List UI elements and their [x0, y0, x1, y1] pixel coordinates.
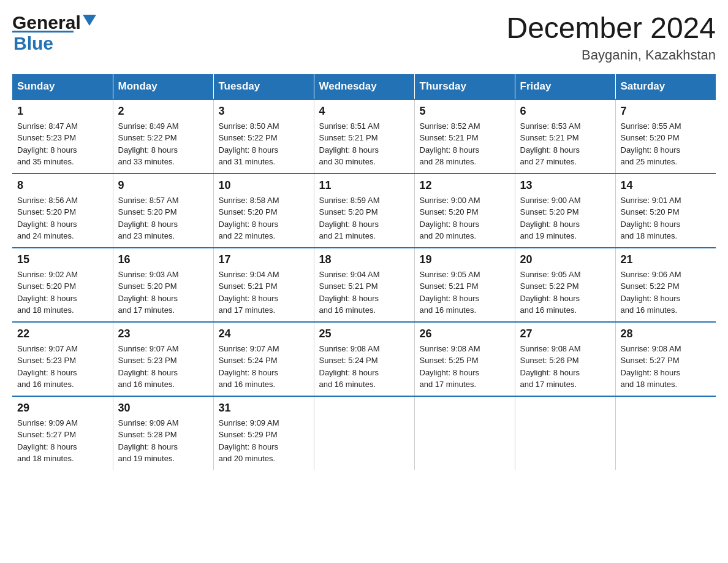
table-row: 9 Sunrise: 8:57 AM Sunset: 5:20 PM Dayli… [113, 174, 213, 248]
day-info: Sunrise: 9:02 AM Sunset: 5:20 PM Dayligh… [17, 269, 108, 316]
day-number: 13 [520, 179, 610, 192]
table-row: 31 Sunrise: 9:09 AM Sunset: 5:29 PM Dayl… [213, 396, 314, 470]
day-number: 17 [219, 253, 309, 266]
day-info: Sunrise: 8:56 AM Sunset: 5:20 PM Dayligh… [17, 194, 108, 242]
table-row: 19 Sunrise: 9:05 AM Sunset: 5:21 PM Dayl… [414, 248, 515, 322]
day-info: Sunrise: 9:05 AM Sunset: 5:21 PM Dayligh… [420, 269, 510, 316]
table-row: 2 Sunrise: 8:49 AM Sunset: 5:22 PM Dayli… [113, 99, 213, 174]
day-number: 23 [118, 327, 208, 340]
table-row: 28 Sunrise: 9:08 AM Sunset: 5:27 PM Dayl… [615, 322, 716, 396]
page-header: General Blue December 2024 Bayganin, Kaz… [12, 12, 716, 63]
day-number: 30 [118, 402, 208, 415]
header-thursday: Thursday [414, 74, 515, 99]
day-number: 19 [420, 253, 510, 266]
day-info: Sunrise: 9:09 AM Sunset: 5:29 PM Dayligh… [219, 417, 309, 465]
table-row: 22 Sunrise: 9:07 AM Sunset: 5:23 PM Dayl… [12, 322, 113, 396]
table-row: 24 Sunrise: 9:07 AM Sunset: 5:24 PM Dayl… [213, 322, 314, 396]
table-row: 15 Sunrise: 9:02 AM Sunset: 5:20 PM Dayl… [12, 248, 113, 322]
table-row: 12 Sunrise: 9:00 AM Sunset: 5:20 PM Dayl… [414, 174, 515, 248]
table-row: 21 Sunrise: 9:06 AM Sunset: 5:22 PM Dayl… [615, 248, 716, 322]
day-info: Sunrise: 8:53 AM Sunset: 5:21 PM Dayligh… [520, 120, 610, 168]
subtitle: Bayganin, Kazakhstan [506, 47, 716, 63]
table-row: 7 Sunrise: 8:55 AM Sunset: 5:20 PM Dayli… [615, 99, 716, 174]
table-row [515, 396, 615, 470]
day-info: Sunrise: 9:08 AM Sunset: 5:26 PM Dayligh… [520, 343, 610, 391]
day-number: 18 [319, 253, 409, 266]
day-info: Sunrise: 9:00 AM Sunset: 5:20 PM Dayligh… [420, 194, 510, 242]
table-row: 14 Sunrise: 9:01 AM Sunset: 5:20 PM Dayl… [615, 174, 716, 248]
table-row: 17 Sunrise: 9:04 AM Sunset: 5:21 PM Dayl… [213, 248, 314, 322]
logo: General Blue [12, 12, 96, 54]
calendar-week-row: 29 Sunrise: 9:09 AM Sunset: 5:27 PM Dayl… [12, 396, 716, 470]
weekday-header-row: Sunday Monday Tuesday Wednesday Thursday… [12, 74, 716, 99]
day-number: 3 [219, 105, 309, 118]
table-row: 8 Sunrise: 8:56 AM Sunset: 5:20 PM Dayli… [12, 174, 113, 248]
day-info: Sunrise: 9:07 AM Sunset: 5:23 PM Dayligh… [17, 343, 108, 391]
header-tuesday: Tuesday [213, 74, 314, 99]
title-block: December 2024 Bayganin, Kazakhstan [506, 12, 716, 63]
table-row: 16 Sunrise: 9:03 AM Sunset: 5:20 PM Dayl… [113, 248, 213, 322]
calendar-week-row: 8 Sunrise: 8:56 AM Sunset: 5:20 PM Dayli… [12, 174, 716, 248]
day-number: 6 [520, 105, 610, 118]
day-number: 26 [420, 327, 510, 340]
day-info: Sunrise: 9:01 AM Sunset: 5:20 PM Dayligh… [621, 194, 711, 242]
day-info: Sunrise: 8:50 AM Sunset: 5:22 PM Dayligh… [219, 120, 309, 168]
day-info: Sunrise: 8:52 AM Sunset: 5:21 PM Dayligh… [420, 120, 510, 168]
svg-marker-0 [83, 15, 96, 26]
day-number: 4 [319, 105, 409, 118]
table-row: 25 Sunrise: 9:08 AM Sunset: 5:24 PM Dayl… [314, 322, 414, 396]
day-number: 21 [621, 253, 711, 266]
table-row: 11 Sunrise: 8:59 AM Sunset: 5:20 PM Dayl… [314, 174, 414, 248]
table-row [314, 396, 414, 470]
day-number: 1 [17, 105, 108, 118]
table-row: 6 Sunrise: 8:53 AM Sunset: 5:21 PM Dayli… [515, 99, 615, 174]
table-row: 20 Sunrise: 9:05 AM Sunset: 5:22 PM Dayl… [515, 248, 615, 322]
table-row: 30 Sunrise: 9:09 AM Sunset: 5:28 PM Dayl… [113, 396, 213, 470]
day-info: Sunrise: 9:08 AM Sunset: 5:24 PM Dayligh… [319, 343, 409, 391]
logo-general: General [12, 12, 81, 33]
day-number: 7 [621, 105, 711, 118]
table-row: 5 Sunrise: 8:52 AM Sunset: 5:21 PM Dayli… [414, 99, 515, 174]
day-info: Sunrise: 9:07 AM Sunset: 5:23 PM Dayligh… [118, 343, 208, 391]
day-number: 29 [17, 402, 108, 415]
day-info: Sunrise: 9:03 AM Sunset: 5:20 PM Dayligh… [118, 269, 208, 316]
day-number: 14 [621, 179, 711, 192]
day-number: 11 [319, 179, 409, 192]
day-info: Sunrise: 9:07 AM Sunset: 5:24 PM Dayligh… [219, 343, 309, 391]
table-row: 10 Sunrise: 8:58 AM Sunset: 5:20 PM Dayl… [213, 174, 314, 248]
day-info: Sunrise: 9:08 AM Sunset: 5:27 PM Dayligh… [621, 343, 711, 391]
day-number: 20 [520, 253, 610, 266]
day-number: 22 [17, 327, 108, 340]
day-info: Sunrise: 8:49 AM Sunset: 5:22 PM Dayligh… [118, 120, 208, 168]
header-monday: Monday [113, 74, 213, 99]
day-info: Sunrise: 9:09 AM Sunset: 5:27 PM Dayligh… [17, 417, 108, 465]
calendar-week-row: 22 Sunrise: 9:07 AM Sunset: 5:23 PM Dayl… [12, 322, 716, 396]
day-info: Sunrise: 8:57 AM Sunset: 5:20 PM Dayligh… [118, 194, 208, 242]
table-row: 26 Sunrise: 9:08 AM Sunset: 5:25 PM Dayl… [414, 322, 515, 396]
table-row: 13 Sunrise: 9:00 AM Sunset: 5:20 PM Dayl… [515, 174, 615, 248]
day-number: 27 [520, 327, 610, 340]
day-number: 15 [17, 253, 108, 266]
day-info: Sunrise: 9:08 AM Sunset: 5:25 PM Dayligh… [420, 343, 510, 391]
logo-blue: Blue [13, 33, 53, 54]
day-number: 12 [420, 179, 510, 192]
table-row: 3 Sunrise: 8:50 AM Sunset: 5:22 PM Dayli… [213, 99, 314, 174]
day-info: Sunrise: 9:09 AM Sunset: 5:28 PM Dayligh… [118, 417, 208, 465]
day-number: 10 [219, 179, 309, 192]
day-info: Sunrise: 8:59 AM Sunset: 5:20 PM Dayligh… [319, 194, 409, 242]
day-info: Sunrise: 8:51 AM Sunset: 5:21 PM Dayligh… [319, 120, 409, 168]
day-info: Sunrise: 8:58 AM Sunset: 5:20 PM Dayligh… [219, 194, 309, 242]
day-info: Sunrise: 9:04 AM Sunset: 5:21 PM Dayligh… [319, 269, 409, 316]
day-info: Sunrise: 9:05 AM Sunset: 5:22 PM Dayligh… [520, 269, 610, 316]
calendar-table: Sunday Monday Tuesday Wednesday Thursday… [12, 74, 716, 470]
day-number: 16 [118, 253, 208, 266]
table-row: 23 Sunrise: 9:07 AM Sunset: 5:23 PM Dayl… [113, 322, 213, 396]
table-row [615, 396, 716, 470]
day-number: 2 [118, 105, 208, 118]
day-info: Sunrise: 9:04 AM Sunset: 5:21 PM Dayligh… [219, 269, 309, 316]
table-row: 29 Sunrise: 9:09 AM Sunset: 5:27 PM Dayl… [12, 396, 113, 470]
header-saturday: Saturday [615, 74, 716, 99]
table-row: 27 Sunrise: 9:08 AM Sunset: 5:26 PM Dayl… [515, 322, 615, 396]
main-title: December 2024 [506, 12, 716, 45]
day-info: Sunrise: 9:06 AM Sunset: 5:22 PM Dayligh… [621, 269, 711, 316]
